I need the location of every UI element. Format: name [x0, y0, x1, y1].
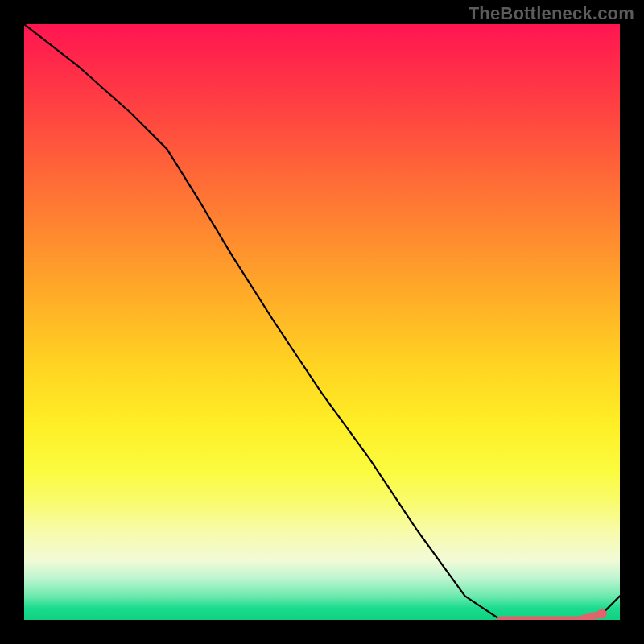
watermark-text: TheBottleneck.com [469, 3, 634, 24]
highlight-end-dot [597, 609, 607, 619]
curve-line [24, 24, 620, 620]
plot-area [24, 24, 620, 620]
highlight-segment [501, 614, 602, 620]
chart-svg [24, 24, 620, 620]
chart-frame: TheBottleneck.com [0, 0, 644, 644]
